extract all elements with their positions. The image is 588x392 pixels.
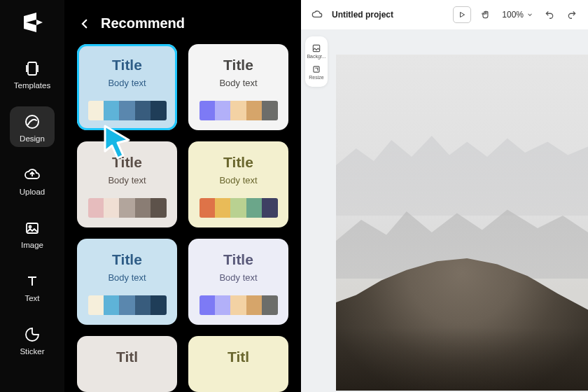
color-swatch: [246, 101, 262, 120]
theme-cards-grid: TitleBody textTitleBody textTitleBody te…: [64, 41, 301, 392]
color-swatch: [119, 101, 134, 120]
card-title: Title: [112, 154, 142, 171]
card-body-text: Body text: [219, 272, 257, 283]
cloud-icon[interactable]: [309, 7, 325, 22]
card-title: Titl: [116, 349, 138, 365]
background-tool[interactable]: Backgr...: [307, 42, 326, 60]
editor-body: Backgr... Resize: [301, 29, 588, 392]
editor-area: Untitled project 100% Backgr... Resize: [301, 0, 588, 392]
card-body-text: Body text: [108, 272, 146, 283]
color-swatches: [88, 295, 167, 315]
color-swatch: [104, 101, 119, 120]
sidebar-item-text[interactable]: Text: [10, 266, 55, 307]
sticker-icon: [22, 325, 42, 344]
sidebar-item-label: Templates: [14, 81, 50, 90]
color-swatch: [246, 295, 262, 315]
play-button[interactable]: [453, 6, 471, 23]
theme-card[interactable]: TitleBody text: [77, 141, 177, 227]
color-swatches: [88, 101, 167, 120]
color-swatch: [135, 198, 150, 218]
panel-header: Recommend: [64, 0, 301, 41]
color-swatch: [230, 198, 246, 218]
color-swatches: [200, 198, 278, 218]
zoom-control[interactable]: 100%: [502, 10, 533, 20]
card-title: Title: [112, 57, 142, 74]
theme-card[interactable]: TitleBody text: [77, 44, 177, 130]
sidebar-item-label: Text: [24, 294, 39, 302]
undo-button[interactable]: [542, 7, 557, 22]
tool-label: Resize: [309, 75, 323, 80]
tool-label: Backgr...: [307, 54, 326, 59]
color-swatches: [88, 198, 167, 218]
color-swatch: [230, 101, 246, 120]
resize-tool[interactable]: Resize: [307, 63, 326, 81]
color-swatch: [104, 198, 119, 218]
theme-card[interactable]: Titl: [188, 336, 288, 392]
sidebar-item-label: Design: [20, 134, 45, 143]
card-title: Title: [223, 57, 253, 74]
redo-button[interactable]: [564, 7, 580, 22]
color-swatch: [150, 198, 166, 218]
sidebar-item-label: Upload: [20, 188, 45, 196]
color-swatch: [88, 198, 104, 218]
svg-rect-6: [313, 45, 319, 51]
svg-rect-0: [28, 62, 36, 75]
editor-toolbar: Untitled project 100%: [301, 0, 588, 29]
sidebar-item-label: Sticker: [20, 347, 44, 356]
color-swatch: [104, 295, 119, 315]
upload-icon: [22, 165, 42, 185]
theme-card[interactable]: TitleBody text: [77, 239, 177, 325]
color-swatch: [119, 295, 134, 315]
sidebar-item-design[interactable]: Design: [10, 106, 55, 147]
card-title: Titl: [227, 349, 249, 365]
design-icon: [22, 112, 42, 132]
project-name[interactable]: Untitled project: [332, 10, 393, 20]
panel-title: Recommend: [101, 15, 185, 31]
theme-card[interactable]: TitleBody text: [188, 239, 288, 325]
design-panel: Recommend TitleBody textTitleBody textTi…: [64, 0, 301, 392]
theme-card[interactable]: TitleBody text: [188, 141, 288, 227]
theme-card[interactable]: Titl: [77, 336, 177, 392]
card-body-text: Body text: [108, 78, 146, 88]
card-title: Title: [112, 251, 142, 268]
card-body-text: Body text: [219, 78, 257, 88]
text-icon: [22, 272, 42, 291]
color-swatch: [200, 198, 215, 218]
svg-point-5: [29, 226, 31, 228]
canvas-mini-tools: Backgr... Resize: [305, 36, 328, 87]
color-swatch: [200, 101, 215, 120]
color-swatch: [88, 101, 104, 120]
color-swatch: [200, 295, 215, 315]
templates-icon: [22, 59, 42, 78]
sidebar-item-image[interactable]: Image: [10, 213, 55, 253]
color-swatch: [262, 295, 277, 315]
color-swatches: [200, 101, 278, 120]
svg-point-3: [26, 115, 38, 128]
theme-card[interactable]: TitleBody text: [188, 44, 288, 130]
color-swatch: [119, 198, 134, 218]
canvas[interactable]: [336, 55, 588, 391]
color-swatch: [215, 295, 230, 315]
color-swatch: [135, 101, 150, 120]
card-title: Title: [223, 251, 253, 268]
card-body-text: Body text: [108, 175, 146, 186]
back-button[interactable]: [78, 18, 91, 30]
color-swatch: [135, 295, 150, 315]
color-swatch: [150, 295, 166, 315]
color-swatch: [215, 101, 230, 120]
card-body-text: Body text: [219, 175, 257, 186]
left-sidebar: Templates Design Upload Image: [0, 0, 64, 392]
zoom-value: 100%: [502, 10, 524, 20]
app-logo[interactable]: [20, 10, 45, 38]
color-swatches: [200, 295, 278, 315]
color-swatch: [246, 198, 262, 218]
sidebar-item-label: Image: [21, 241, 43, 249]
sidebar-item-sticker[interactable]: Sticker: [10, 319, 55, 360]
sidebar-item-templates[interactable]: Templates: [10, 53, 55, 94]
color-swatch: [88, 295, 104, 315]
hand-tool-icon[interactable]: [478, 7, 493, 22]
svg-rect-7: [314, 66, 319, 72]
color-swatch: [262, 198, 277, 218]
color-swatch: [215, 198, 230, 218]
sidebar-item-upload[interactable]: Upload: [10, 160, 55, 200]
